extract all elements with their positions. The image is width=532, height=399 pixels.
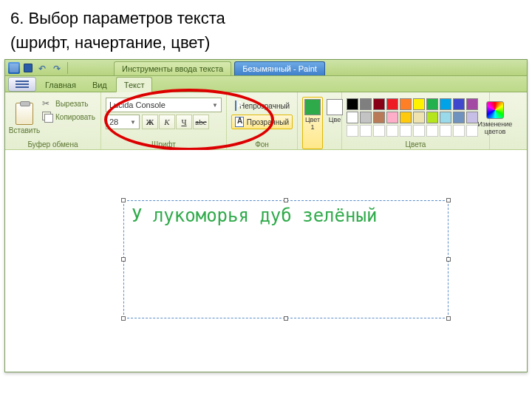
- resize-handle[interactable]: [284, 316, 288, 321]
- app-menu-button[interactable]: [8, 62, 20, 74]
- bg-transparent-button[interactable]: Прозрачный: [231, 115, 293, 129]
- chevron-down-icon: ▼: [130, 119, 136, 126]
- contextual-tab-text-tools: Инструменты ввода текста: [114, 61, 231, 75]
- resize-handle[interactable]: [121, 257, 126, 262]
- resize-handle[interactable]: [121, 198, 126, 202]
- bg-transparent-label: Прозрачный: [247, 118, 289, 126]
- palette-swatch-empty[interactable]: [347, 125, 358, 137]
- palette-swatch[interactable]: [347, 112, 358, 123]
- bg-opaque-button[interactable]: Непрозрачный: [231, 98, 293, 113]
- chevron-down-icon: ▼: [212, 102, 218, 109]
- copy-button[interactable]: Копировать: [42, 112, 95, 122]
- resize-handle[interactable]: [284, 198, 288, 202]
- color1-swatch: [304, 99, 321, 115]
- palette-swatch[interactable]: [440, 112, 451, 123]
- group-label-font: Шрифт: [106, 140, 222, 149]
- title-contextual-tabs: Инструменты ввода текста Безымянный - Pa…: [114, 60, 325, 75]
- bg-opaque-label: Непрозрачный: [239, 102, 290, 110]
- color1-label: Цвет 1: [304, 117, 321, 132]
- opaque-icon: [235, 100, 236, 111]
- text-content[interactable]: У лукоморья дуб зелёный: [124, 201, 448, 231]
- group-label-colors: Цвета: [347, 140, 485, 149]
- color2-swatch: [327, 99, 343, 115]
- palette-swatch-empty[interactable]: [386, 125, 398, 137]
- palette-swatch[interactable]: [386, 98, 398, 110]
- redo-icon: [53, 64, 62, 72]
- title-bar: Инструменты ввода текста Безымянный - Pa…: [5, 60, 527, 76]
- palette-swatch[interactable]: [386, 112, 398, 123]
- edit-colors-button[interactable]: Изменение цветов: [478, 98, 508, 140]
- save-icon: [24, 64, 33, 72]
- palette-swatch[interactable]: [453, 112, 465, 123]
- palette-swatch-empty[interactable]: [400, 125, 412, 137]
- qat-redo-button[interactable]: [51, 61, 64, 75]
- palette-swatch[interactable]: [360, 98, 372, 110]
- font-family-value: Lucida Console: [109, 100, 166, 109]
- underline-button[interactable]: Ч: [176, 115, 192, 129]
- qat-undo-button[interactable]: [36, 61, 50, 75]
- group-background: Непрозрачный Прозрачный Фон: [227, 92, 298, 149]
- copy-icon: [42, 112, 51, 120]
- group-label-clipboard: Буфер обмена: [10, 140, 96, 149]
- tab-text[interactable]: Текст: [116, 77, 153, 92]
- group-font: Lucida Console ▼ 28 ▼ Ж К Ч abc Шр: [101, 92, 227, 149]
- palette-swatch[interactable]: [466, 98, 478, 110]
- quick-access-toolbar: [8, 61, 69, 75]
- caption-line1: 6. Выбор параметров текста: [10, 9, 225, 27]
- ribbon-tabs: Главная Вид Текст: [5, 76, 527, 92]
- palette-swatch-empty[interactable]: [413, 125, 425, 137]
- color2-label: Цве: [329, 117, 341, 124]
- palette-swatch-empty[interactable]: [466, 125, 478, 137]
- palette-swatch[interactable]: [413, 112, 425, 123]
- ribbon: Вставить Вырезать Копировать Буфер обмен…: [5, 92, 527, 150]
- resize-handle[interactable]: [446, 198, 451, 202]
- palette-swatch[interactable]: [400, 98, 412, 110]
- group-clipboard: Вставить Вырезать Копировать Буфер обмен…: [5, 92, 101, 149]
- palette-swatch[interactable]: [413, 98, 425, 110]
- resize-handle[interactable]: [121, 316, 126, 321]
- palette-swatch[interactable]: [347, 98, 358, 110]
- tab-home[interactable]: Главная: [38, 78, 83, 92]
- palette-swatch[interactable]: [426, 112, 438, 123]
- window-title: Безымянный - Paint: [234, 61, 325, 75]
- palette-swatch[interactable]: [360, 112, 372, 123]
- palette-swatch[interactable]: [440, 98, 451, 110]
- font-family-select[interactable]: Lucida Console ▼: [106, 98, 222, 112]
- paste-button[interactable]: Вставить: [10, 94, 39, 140]
- color1-button[interactable]: Цвет 1: [302, 97, 323, 149]
- resize-handle[interactable]: [446, 316, 451, 321]
- palette-swatch-empty[interactable]: [426, 125, 438, 137]
- cut-button[interactable]: Вырезать: [42, 98, 95, 109]
- palette-swatch[interactable]: [373, 98, 385, 110]
- font-size-select[interactable]: 28 ▼: [106, 115, 140, 129]
- bold-button[interactable]: Ж: [142, 115, 158, 129]
- palette-swatch-empty[interactable]: [360, 125, 372, 137]
- menu-icon: [16, 83, 29, 85]
- strikethrough-button[interactable]: abc: [193, 115, 209, 129]
- palette-swatch-empty[interactable]: [440, 125, 451, 137]
- paste-icon: [16, 103, 33, 125]
- palette-swatch[interactable]: [466, 112, 478, 123]
- cut-label: Вырезать: [55, 100, 88, 108]
- group-color-buttons: Цвет 1 Цве: [298, 92, 342, 149]
- edit-colors-label: Изменение цветов: [478, 121, 513, 136]
- palette-swatch-empty[interactable]: [373, 125, 385, 137]
- canvas-area[interactable]: У лукоморья дуб зелёный: [5, 150, 527, 372]
- slide-caption: 6. Выбор параметров текста (шрифт, начер…: [0, 0, 532, 55]
- font-size-value: 28: [109, 117, 118, 126]
- resize-handle[interactable]: [446, 257, 451, 262]
- color-palette: [347, 98, 478, 137]
- group-label-background: Фон: [231, 140, 293, 149]
- qat-save-button[interactable]: [21, 61, 35, 75]
- palette-swatch[interactable]: [373, 112, 385, 123]
- italic-button[interactable]: К: [159, 115, 175, 129]
- text-edit-box[interactable]: У лукоморья дуб зелёный: [123, 200, 449, 318]
- palette-swatch[interactable]: [453, 98, 465, 110]
- palette-swatch[interactable]: [400, 112, 412, 123]
- palette-swatch[interactable]: [426, 98, 438, 110]
- tab-view[interactable]: Вид: [85, 78, 115, 92]
- palette-swatch-empty[interactable]: [453, 125, 465, 137]
- color-wheel-icon: [486, 101, 504, 119]
- qat-separator: [67, 62, 68, 74]
- file-menu-button[interactable]: [8, 77, 36, 92]
